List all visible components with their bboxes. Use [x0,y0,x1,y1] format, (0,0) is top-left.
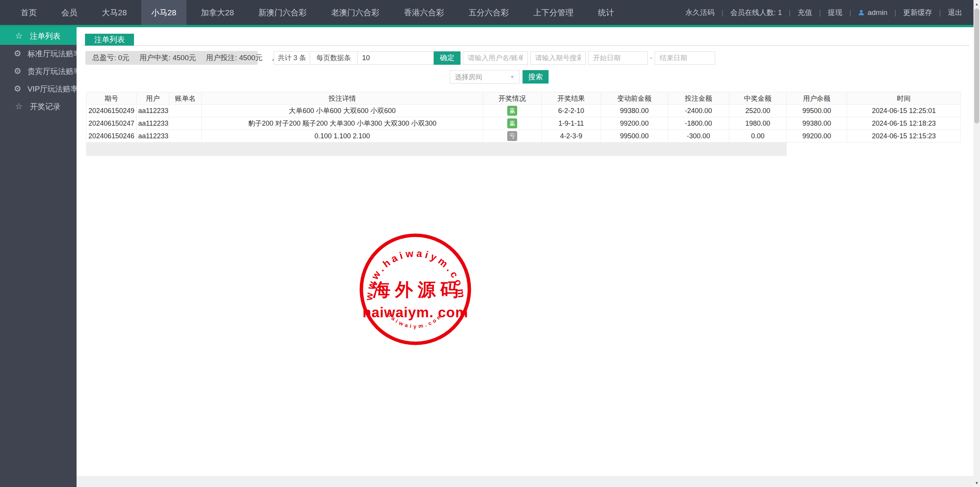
nav-item-home[interactable]: 首页 [11,0,47,25]
vertical-scrollbar[interactable]: ▲ ▼ [973,0,980,487]
search-period-input[interactable] [530,51,586,65]
admin-user-menu[interactable]: admin [856,8,889,17]
col-win-amount: 中奖金额 [729,92,787,105]
cell-period: 202406150247 [87,117,137,130]
nav-item-5min-lottery[interactable]: 五分六合彩 [459,0,519,25]
cell-balance: 99380.00 [787,117,847,130]
cell-before: 99200.00 [601,117,668,130]
nav-item-old-macau-lottery[interactable]: 老澳门六合彩 [321,0,389,25]
cell-period: 202406150246 [87,130,137,143]
divider: | [784,8,796,17]
date-range-separator: - [648,54,655,62]
stat-user-wins: 用户中奖: 4500元 [139,53,196,63]
cell-bet: -300.00 [668,130,729,143]
search-button[interactable]: 搜索 [523,70,549,84]
col-time: 时间 [847,92,961,105]
cell-user: aa112233 [137,117,169,130]
cell-win: 2520.00 [729,105,787,117]
filter-row-1: 总盈亏: 0元 用户中奖: 4500元 用户投注: 4500元 总流水: 900… [85,51,715,65]
nav-item-canada28[interactable]: 加拿大28 [191,0,244,25]
cell-account [169,117,202,130]
nav-menu: 首页 会员 大马28 小马28 加拿大28 新澳门六合彩 老澳门六合彩 香港六合… [0,0,626,25]
cell-detail: 大单600 小单600 大双600 小双600 [202,105,483,117]
divider: | [716,8,729,17]
scroll-up-icon[interactable]: ▲ [973,1,980,7]
table-row: 202406150249 aa112233 大单600 小单600 大双600 … [87,105,961,117]
cell-result: 1-9-1-11 [542,117,601,130]
bet-table: 期号 用户 账单名 投注详情 开奖情况 开奖结果 变动前金额 投注金额 中奖金额… [86,92,961,143]
cell-account [169,130,202,143]
sidebar-item-vip-hall-odds[interactable]: ⚙ VIP厅玩法赔率设... [0,80,77,98]
nav-item-hk-lottery[interactable]: 香港六合彩 [394,0,454,25]
col-bet-amount: 投注金额 [668,92,729,105]
cell-before: 99500.00 [601,130,668,143]
sidebar-item-vip-lounge-odds[interactable]: ⚙ 贵宾厅玩法赔率... [0,62,77,80]
cell-balance: 99500.00 [787,105,847,117]
online-members-count: 会员在线人数: 1 [728,8,783,18]
total-count-label: 共计 3 条 [274,51,310,65]
sidebar-item-label: 开奖记录 [30,102,60,112]
lose-badge: 亏 [507,131,517,141]
sidebar-item-label: 贵宾厅玩法赔率... [28,66,77,77]
recharge-link[interactable]: 充值 [796,8,814,18]
scrollbar-thumb[interactable] [974,8,979,123]
col-bet-detail: 投注详情 [202,92,483,105]
stat-user-bets: 用户投注: 4500元 [206,53,263,63]
star-icon: ☆ [14,102,24,112]
cell-bet: -1800.00 [668,117,729,130]
refresh-cache-link[interactable]: 更新缓存 [902,8,934,18]
nav-item-new-macau-lottery[interactable]: 新澳门六合彩 [248,0,317,25]
nav-item-members[interactable]: 会员 [51,0,87,25]
sidebar-item-standard-hall-odds[interactable]: ⚙ 标准厅玩法赔率... [0,45,77,62]
search-user-input[interactable] [463,51,528,65]
sidebar-item-label: VIP厅玩法赔率设... [28,84,77,94]
divider: | [889,8,902,17]
table-row: 202406150246 aa112233 0.100 1.100 2.100 … [87,130,961,143]
nav-item-updown-manage[interactable]: 上下分管理 [523,0,583,25]
start-date-input[interactable] [588,51,648,65]
col-user: 用户 [137,92,169,105]
divider: | [814,8,826,17]
room-select[interactable]: 选择房间 ▼ [450,70,519,84]
nav-item-dama28[interactable]: 大马28 [92,0,137,25]
room-select-value: 选择房间 [455,72,482,82]
chevron-down-icon: ▼ [510,74,514,80]
col-period: 期号 [87,92,137,105]
withdraw-link[interactable]: 提现 [826,8,844,18]
gear-icon: ⚙ [14,49,21,59]
win-badge: 赢 [507,106,517,116]
nav-item-statistics[interactable]: 统计 [588,0,624,25]
sidebar-item-bet-list[interactable]: ☆ 注单列表 [0,27,77,45]
cell-balance: 99200.00 [787,130,847,143]
cell-bet: -2400.00 [668,105,729,117]
tab-bet-list[interactable]: 注单列表 [85,34,134,46]
col-balance-before: 变动前金额 [601,92,668,105]
cell-time: 2024-06-15 12:18:23 [847,117,961,130]
nav-item-xiaoma28[interactable]: 小马28 [141,0,186,25]
cell-status: 亏 [483,130,542,143]
cell-account [169,105,202,117]
gear-icon: ⚙ [14,66,21,76]
cell-before: 99380.00 [601,105,668,117]
win-badge: 赢 [507,118,517,128]
cell-time: 2024-06-15 12:25:01 [847,105,961,117]
cell-win: 0.00 [729,130,787,143]
sidebar-item-draw-records[interactable]: ☆ 开奖记录 [0,98,77,115]
end-date-input[interactable] [655,51,715,65]
cell-user: aa112233 [137,130,169,143]
cell-status: 赢 [483,105,542,117]
top-navbar: 首页 会员 大马28 小马28 加拿大28 新澳门六合彩 老澳门六合彩 香港六合… [0,0,980,25]
scroll-down-icon[interactable]: ▼ [973,480,980,486]
col-account: 账单名 [169,92,202,105]
logout-link[interactable]: 退出 [946,8,964,18]
cell-detail: 豹子200 对子200 顺子200 大单300 小单300 大双300 小双30… [202,117,483,130]
confirm-button[interactable]: 确定 [434,51,461,65]
gear-icon: ⚙ [14,84,21,94]
divider: | [844,8,856,17]
cell-period: 202406150249 [87,105,137,117]
sidebar-item-label: 注单列表 [30,31,60,41]
permanent-code-link[interactable]: 永久活码 [684,8,716,18]
cell-result: 4-2-3-9 [542,130,601,143]
filter-row-2: 选择房间 ▼ 搜索 [450,70,549,84]
per-page-input[interactable] [357,51,434,65]
